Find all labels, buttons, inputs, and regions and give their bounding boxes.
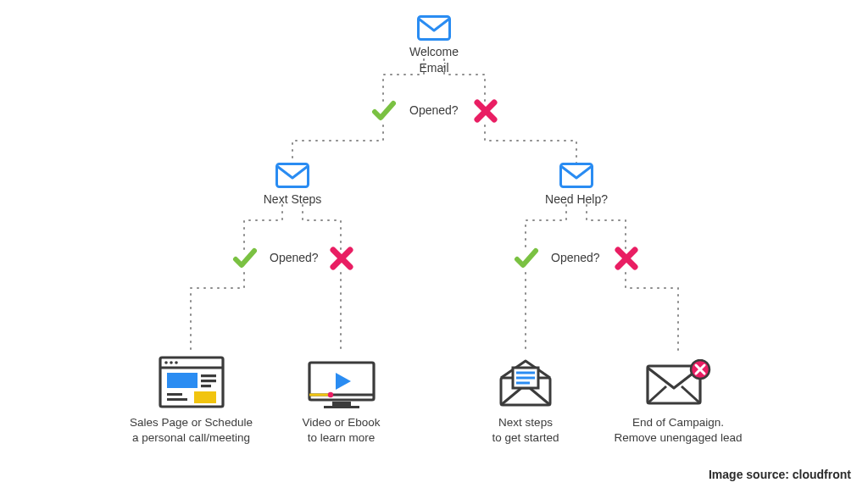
outcome-line2: to get started (475, 430, 576, 446)
svg-rect-26 (332, 402, 351, 406)
outcome-line1: Video or Ebook (288, 415, 394, 430)
cross-icon (614, 246, 639, 271)
node-label: Welcome Email (400, 44, 468, 76)
svg-point-11 (164, 361, 168, 364)
node-label: Need Help? (542, 191, 610, 208)
flow-diagram: Welcome Email Opened? Next Steps Opened? (0, 0, 868, 488)
cross-icon (329, 246, 354, 271)
image-credit: Image source: cloudfront (709, 468, 851, 481)
svg-rect-16 (201, 380, 216, 382)
node-next-steps: Next Steps (259, 163, 326, 208)
svg-rect-6 (561, 164, 593, 187)
envelope-icon (259, 163, 326, 188)
outcome-line1: Next steps (475, 415, 576, 430)
svg-rect-17 (201, 385, 211, 387)
outcome-end-campaign: End of Campaign. Remove unengaged lead (602, 354, 754, 446)
svg-point-13 (175, 361, 178, 364)
svg-rect-14 (167, 373, 198, 388)
svg-rect-3 (277, 164, 309, 187)
credit-source: cloudfront (793, 468, 851, 481)
envelope-icon (542, 163, 610, 188)
outcome-sales-page: Sales Page or Schedule a personal call/m… (117, 354, 265, 446)
envelope-remove-icon (602, 354, 754, 408)
cross-icon (473, 98, 498, 124)
outcome-line1: End of Campaign. (602, 415, 754, 430)
svg-point-12 (170, 361, 173, 364)
video-icon (288, 354, 394, 408)
decision-label: Opened? (551, 251, 600, 264)
node-label: Next Steps (259, 191, 326, 208)
outcome-line2: to learn more (288, 430, 394, 446)
svg-rect-19 (167, 398, 187, 401)
outcome-line2: a personal call/meeting (117, 430, 265, 446)
credit-prefix: Image source: (709, 468, 793, 481)
svg-rect-20 (194, 391, 216, 403)
svg-point-25 (327, 392, 332, 397)
outcome-get-started: Next steps to get started (475, 354, 576, 446)
webpage-icon (117, 354, 265, 408)
outcome-video-ebook: Video or Ebook to learn more (288, 354, 394, 446)
decision-label: Opened? (409, 103, 459, 117)
outcome-line1: Sales Page or Schedule (117, 415, 265, 430)
node-welcome-email: Welcome Email (400, 15, 468, 76)
svg-rect-27 (324, 406, 359, 408)
svg-rect-15 (201, 374, 216, 377)
open-letter-icon (475, 354, 576, 408)
check-icon (232, 246, 258, 271)
outcome-line2: Remove unengaged lead (602, 430, 754, 446)
svg-rect-18 (167, 393, 182, 396)
check-icon (371, 98, 397, 124)
decision-label: Opened? (270, 251, 319, 264)
node-need-help: Need Help? (542, 163, 610, 208)
svg-rect-0 (419, 17, 450, 40)
check-icon (514, 246, 539, 271)
svg-marker-22 (336, 373, 351, 390)
envelope-icon (400, 15, 468, 41)
